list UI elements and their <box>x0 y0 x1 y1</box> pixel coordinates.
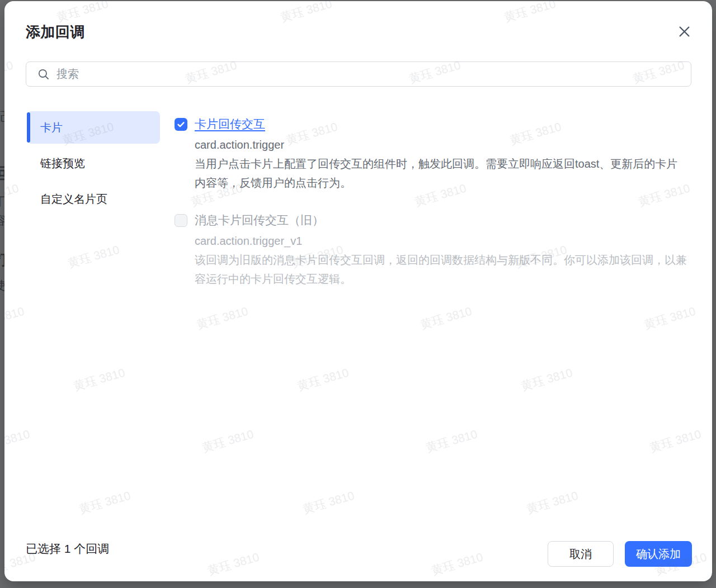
sidebar-item-label: 链接预览 <box>40 156 85 171</box>
checkbox-checked[interactable] <box>175 118 187 131</box>
close-button[interactable] <box>675 22 693 40</box>
callback-api-id: card.action.trigger <box>195 135 678 154</box>
search-icon <box>37 68 50 80</box>
search-box[interactable] <box>26 61 691 87</box>
selection-count-text: 已选择 1 个回调 <box>26 541 109 557</box>
sidebar-item-label: 自定义名片页 <box>40 192 107 207</box>
callback-api-id: card.action.trigger_v1 <box>195 231 678 250</box>
sidebar-item-link-preview[interactable]: 链接预览 <box>27 147 160 179</box>
callback-option-card-action-trigger-v1: 消息卡片回传交互（旧） card.action.trigger_v1 该回调为旧… <box>175 212 678 288</box>
sidebar-item-custom-profile[interactable]: 自定义名片页 <box>27 183 160 215</box>
callback-description: 该回调为旧版的消息卡片回传交互回调，返回的回调数据结构与新版不同。你可以添加该回… <box>195 250 688 288</box>
close-icon <box>677 24 692 39</box>
checkbox-unchecked[interactable] <box>175 214 187 227</box>
callback-option-card-action-trigger: 卡片回传交互 card.action.trigger 当用户点击卡片上配置了回传… <box>175 116 678 192</box>
dialog-title: 添加回调 <box>26 22 85 42</box>
callback-name-link[interactable]: 卡片回传交互 <box>195 116 265 132</box>
sidebar-item-label: 卡片 <box>40 120 63 135</box>
category-sidebar: 卡片 链接预览 自定义名片页 <box>27 111 160 219</box>
search-input[interactable] <box>55 67 683 81</box>
cancel-button[interactable]: 取消 <box>548 541 614 567</box>
dialog-actions: 取消 确认添加 <box>548 541 692 567</box>
active-indicator-bar <box>27 112 30 143</box>
add-callback-dialog: 添加回调 卡片 链接预览 自定义名片页 <box>4 1 712 581</box>
callback-name-label: 消息卡片回传交互（旧） <box>195 212 324 228</box>
sidebar-item-card[interactable]: 卡片 <box>27 111 160 144</box>
callback-list: 卡片回传交互 card.action.trigger 当用户点击卡片上配置了回传… <box>175 116 678 309</box>
checkmark-icon <box>176 120 186 129</box>
callback-description: 当用户点击卡片上配置了回传交互的组件时，触发此回调。需要立即响应返回toast、… <box>195 154 688 192</box>
confirm-add-button[interactable]: 确认添加 <box>625 541 692 567</box>
